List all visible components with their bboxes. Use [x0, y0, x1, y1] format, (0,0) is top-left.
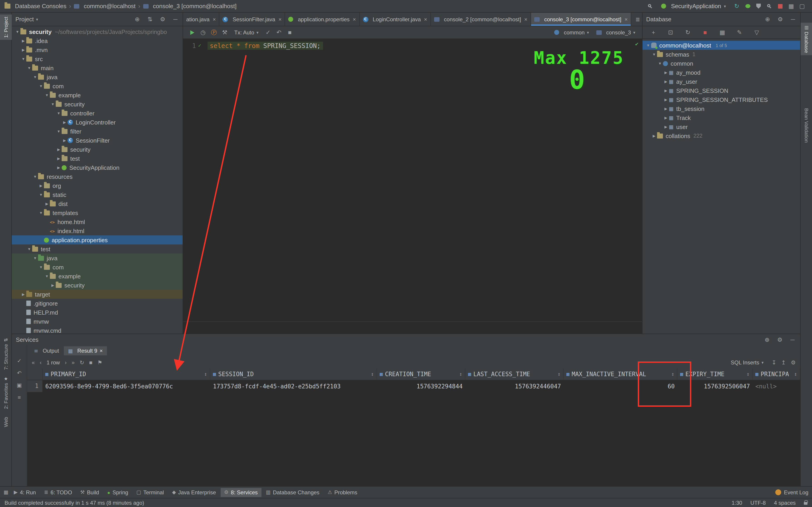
chevron-icon[interactable]: ▶ — [20, 48, 26, 52]
tx-mode-selector[interactable]: Tx: Auto ▾ — [231, 28, 262, 37]
toolwindow-button[interactable]: ▶4: Run — [10, 488, 40, 497]
toolwindow-button[interactable]: ●Spring — [104, 488, 132, 497]
chevron-icon[interactable]: ▼ — [38, 265, 44, 269]
settings-icon[interactable]: ⚙ — [776, 335, 783, 344]
database-selector[interactable]: common ▾ — [551, 28, 592, 37]
chevron-icon[interactable]: ▶ — [44, 202, 50, 206]
close-icon[interactable]: × — [524, 16, 527, 22]
hide-icon[interactable]: ─ — [172, 15, 179, 24]
tree-row[interactable]: ▶collations222 — [643, 131, 800, 140]
tree-row[interactable]: ▶CSessionFilter — [12, 136, 183, 145]
table-cell[interactable]: 173757d8-fcdf-4e45-ad02-e25bd5ff2103 — [210, 383, 377, 390]
close-icon[interactable]: × — [353, 16, 356, 22]
edit-icon[interactable]: ✎ — [734, 28, 745, 37]
toolwindow-button[interactable]: ≣6: TODO — [40, 488, 76, 497]
editor-tab[interactable]: console_2 [common@localhost]× — [431, 13, 531, 26]
toolwindow-button[interactable]: ▢Terminal — [133, 488, 168, 497]
tree-row[interactable]: ▼security~/softwares/projects/JavaProjec… — [12, 27, 183, 36]
chevron-icon[interactable]: ▶ — [20, 292, 26, 296]
tree-row[interactable]: ▶SecurityApplication — [12, 163, 183, 172]
chevron-icon[interactable]: ▶ — [663, 98, 669, 102]
sql-statement[interactable]: select * from SPRING_SESSION; — [208, 42, 323, 50]
last-page-icon[interactable]: » — [71, 359, 74, 366]
tree-row[interactable]: .gitignore — [12, 299, 183, 308]
encoding[interactable]: UTF-8 — [750, 500, 766, 506]
tree-row[interactable]: application.properties — [12, 235, 183, 244]
toolwindow-stripe-button[interactable]: ▥Database — [801, 23, 812, 55]
tree-row[interactable]: ▼schemas1 — [643, 50, 800, 59]
chevron-icon[interactable]: ▶ — [62, 120, 67, 124]
toolwindow-stripe-button[interactable]: ⇄7: Structure — [0, 335, 12, 372]
close-icon[interactable]: × — [99, 348, 103, 354]
chevron-icon[interactable]: ▶ — [651, 134, 657, 138]
chevron-icon[interactable]: ▼ — [38, 211, 44, 215]
breadcrumb-item[interactable]: common@localhost — [74, 3, 136, 9]
add-icon[interactable]: + — [648, 28, 659, 37]
editor-tab[interactable]: application.properties× — [285, 13, 360, 26]
chevron-icon[interactable]: ▶ — [56, 156, 62, 161]
reload-icon[interactable]: ↻ — [80, 359, 84, 366]
chevron-icon[interactable]: ▶ — [663, 79, 669, 83]
tree-row[interactable]: ▶dist — [12, 199, 183, 208]
tree-row[interactable]: ▶▦ay_user — [643, 77, 800, 86]
stop-icon[interactable]: ▣ — [17, 382, 22, 388]
table-cell[interactable]: 1576392506047 — [677, 383, 753, 390]
table-view-icon[interactable]: ▦ — [717, 28, 728, 37]
caret-position[interactable]: 1:30 — [731, 500, 742, 506]
cancel-icon[interactable]: ■ — [284, 28, 295, 37]
toolwindow-button[interactable]: ⚠Problems — [324, 488, 361, 497]
editor-tab[interactable]: console_3 [common@localhost]× — [531, 13, 631, 26]
tree-row[interactable]: ▼example — [12, 272, 183, 281]
toolwindow-stripe-button[interactable]: ★2: Favorites — [0, 374, 12, 411]
find-action-icon[interactable] — [645, 2, 656, 11]
commit-icon[interactable]: ✓ — [263, 28, 273, 37]
tree-row[interactable]: ▼main — [12, 63, 183, 72]
refresh-icon[interactable]: ↻ — [682, 28, 693, 37]
tree-row[interactable]: ▶org — [12, 181, 183, 190]
indent-setting[interactable]: 4 spaces — [774, 500, 796, 506]
chevron-icon[interactable]: ▶ — [50, 283, 56, 287]
stop-icon[interactable]: ■ — [700, 28, 711, 37]
tree-row[interactable]: ▼static — [12, 190, 183, 199]
toolwindow-button[interactable]: ⚙8: Services — [220, 488, 261, 497]
chevron-icon[interactable]: ▼ — [32, 174, 38, 179]
tree-row[interactable]: ▼resources — [12, 172, 183, 181]
settings-wrench-icon[interactable]: ⚒ — [219, 28, 230, 37]
services-tab[interactable]: ▦Result 9× — [64, 346, 107, 355]
tree-row[interactable]: ▶target — [12, 290, 183, 299]
chevron-icon[interactable]: ▼ — [651, 52, 657, 56]
chevron-icon[interactable]: ▶ — [62, 138, 67, 143]
chevron-icon[interactable]: ▼ — [657, 61, 663, 65]
table-cell[interactable]: 62093596-8e99-4799-8ed6-3f5ea070776c — [43, 383, 210, 390]
run-configuration-selector[interactable]: SecurityApplication ▾ — [657, 2, 729, 10]
history-icon[interactable]: ◷ — [198, 28, 208, 37]
chevron-icon[interactable]: ▶ — [663, 70, 669, 74]
list-icon[interactable]: ≡ — [18, 394, 21, 401]
sql-inserts-selector[interactable]: SQL Inserts ▾ — [727, 358, 767, 367]
tree-row[interactable]: ▼filter — [12, 127, 183, 136]
toolwindow-stripe-button[interactable]: 1: Project — [0, 14, 12, 40]
table-cell[interactable]: 1576392294844 — [377, 383, 465, 390]
chevron-icon[interactable]: ▶ — [663, 107, 669, 111]
close-icon[interactable]: × — [278, 16, 282, 22]
stop-icon[interactable]: ■ — [89, 359, 93, 366]
chevron-icon[interactable]: ▼ — [56, 129, 62, 133]
monitor-icon[interactable]: ▢ — [797, 2, 807, 11]
hidden-tabs-button[interactable]: ≣ 5 — [631, 13, 642, 26]
lock-icon[interactable] — [804, 502, 807, 505]
event-log-button[interactable]: Event Log — [775, 489, 808, 496]
rerun-icon[interactable]: ↻ — [731, 2, 742, 11]
chevron-icon[interactable]: ▼ — [44, 274, 50, 278]
first-page-icon[interactable]: « — [32, 359, 35, 366]
chevron-icon[interactable]: ▼ — [32, 256, 38, 260]
tree-row[interactable]: ▼java — [12, 72, 183, 81]
column-header[interactable]: ▦SESSION_ID↕ — [210, 369, 377, 380]
table-cell[interactable]: 1576392446047 — [465, 383, 564, 390]
tree-row[interactable]: ▶CLoginController — [12, 118, 183, 127]
settings-icon[interactable]: ⚙ — [791, 359, 796, 366]
chevron-icon[interactable]: ▶ — [20, 39, 26, 43]
previous-page-icon[interactable]: ‹ — [40, 359, 42, 366]
editor-tab[interactable]: CSessionFilter.java× — [219, 13, 285, 26]
editor-tab[interactable]: CLoginController.java× — [360, 13, 431, 26]
breadcrumb-item[interactable]: console_3 [common@localhost] — [143, 3, 237, 9]
